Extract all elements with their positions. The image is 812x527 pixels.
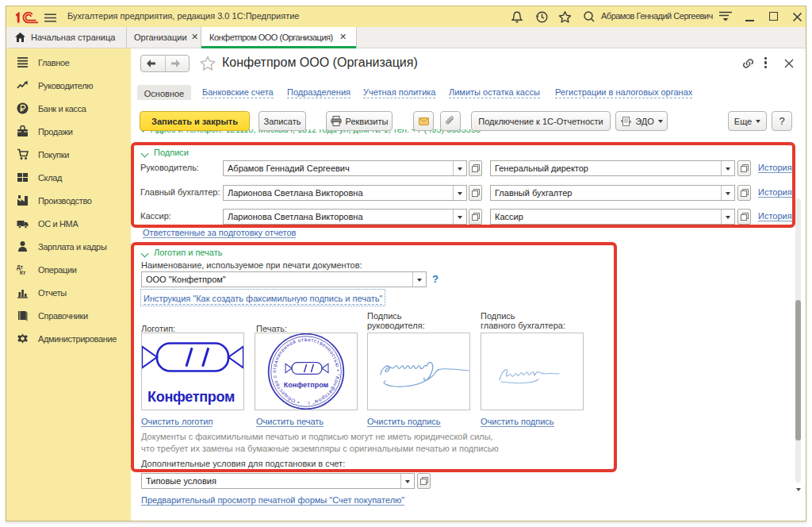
svg-text:Кт: Кт [20, 270, 25, 275]
